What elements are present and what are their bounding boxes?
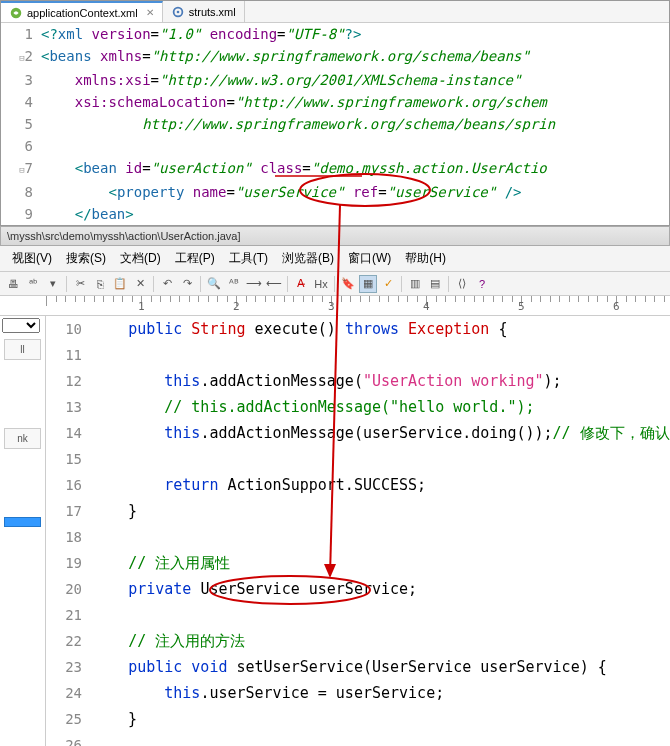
copy-icon[interactable]: ⎘ (91, 275, 109, 293)
check-icon[interactable]: ✓ (379, 275, 397, 293)
line-number: 9 (1, 203, 41, 225)
ruler: 123456 (0, 296, 670, 316)
line-number: ⊟7 (1, 157, 41, 181)
layout-icon[interactable]: ▦ (359, 275, 377, 293)
code-text: <?xml version="1.0" encoding="UTF-8"?> (41, 23, 669, 45)
hex-icon[interactable]: Hx (312, 275, 330, 293)
line-number: 24 (46, 680, 92, 706)
line-number: ⊟2 (1, 45, 41, 69)
separator (448, 276, 449, 292)
find-icon[interactable]: 🔍 (205, 275, 223, 293)
code-text: return ActionSupport.SUCCESS; (92, 472, 426, 498)
code-text: // 注入用的方法 (92, 628, 245, 654)
tab-label: applicationContext.xml (27, 7, 138, 19)
window-title-bar: \myssh\src\demo\myssh\action\UserAction.… (0, 226, 670, 246)
print-icon[interactable]: 🖶 (4, 275, 22, 293)
code-text: // 注入用属性 (92, 550, 230, 576)
undo-icon[interactable]: ↶ (158, 275, 176, 293)
spellcheck-icon[interactable]: ᵃᵇ (24, 275, 42, 293)
code-text: <property name="userService" ref="userSe… (41, 181, 669, 203)
menu-bar: 视图(V) 搜索(S) 文档(D) 工程(P) 工具(T) 浏览器(B) 窗口(… (0, 246, 670, 272)
menu-help[interactable]: 帮助(H) (399, 248, 452, 269)
file-path: \myssh\src\demo\myssh\action\UserAction.… (7, 230, 241, 242)
editor-tabs: applicationContext.xml ✕ struts.xml (1, 1, 669, 23)
line-number: 12 (46, 368, 92, 394)
code-text: // this.addActionMessage("hello world.")… (92, 394, 535, 420)
java-code-area[interactable]: 10 public String execute() throws Except… (46, 316, 670, 746)
gear-icon (171, 5, 185, 19)
close-icon[interactable]: ✕ (146, 7, 154, 18)
line-number: 23 (46, 654, 92, 680)
separator (153, 276, 154, 292)
line-number: 22 (46, 628, 92, 654)
line-number: 19 (46, 550, 92, 576)
code-text (41, 135, 669, 157)
find-replace-icon[interactable]: ᴬᴮ (225, 275, 243, 293)
panel2-icon[interactable]: ▤ (426, 275, 444, 293)
side-tab-2[interactable]: nk (4, 428, 41, 449)
tab-struts[interactable]: struts.xml (163, 1, 245, 22)
snippet-icon[interactable]: ⟨⟩ (453, 275, 471, 293)
line-number: 21 (46, 602, 92, 628)
separator (66, 276, 67, 292)
line-number: 4 (1, 91, 41, 113)
redo-icon[interactable]: ↷ (178, 275, 196, 293)
code-text: this.addActionMessage(userService.doing(… (92, 420, 670, 446)
help-icon[interactable]: ? (473, 275, 491, 293)
menu-search[interactable]: 搜索(S) (60, 248, 112, 269)
side-tab-1[interactable]: ll (4, 339, 41, 360)
menu-project[interactable]: 工程(P) (169, 248, 221, 269)
menu-tools[interactable]: 工具(T) (223, 248, 274, 269)
delete-icon[interactable]: ✕ (131, 275, 149, 293)
menu-view[interactable]: 视图(V) (6, 248, 58, 269)
find-prev-icon[interactable]: ⟵ (265, 275, 283, 293)
find-next-icon[interactable]: ⟶ (245, 275, 263, 293)
tab-application-context[interactable]: applicationContext.xml ✕ (1, 1, 163, 22)
code-text: } (92, 498, 137, 524)
menu-document[interactable]: 文档(D) (114, 248, 167, 269)
line-number: 25 (46, 706, 92, 732)
separator (287, 276, 288, 292)
code-text: <beans xmlns="http://www.springframework… (41, 45, 669, 69)
line-number: 11 (46, 342, 92, 368)
paste-icon[interactable]: 📋 (111, 275, 129, 293)
line-number: 8 (1, 181, 41, 203)
toolbar: 🖶 ᵃᵇ ▾ ✂ ⎘ 📋 ✕ ↶ ↷ 🔍 ᴬᴮ ⟶ ⟵ A̶ Hx 🔖 ▦ ✓ … (0, 272, 670, 296)
tab-label: struts.xml (189, 6, 236, 18)
code-text: } (92, 706, 137, 732)
line-number: 1 (1, 23, 41, 45)
spring-icon (9, 6, 23, 20)
separator (401, 276, 402, 292)
font-icon[interactable]: A̶ (292, 275, 310, 293)
xml-editor-pane: applicationContext.xml ✕ struts.xml 1<?x… (0, 0, 670, 226)
line-number: 13 (46, 394, 92, 420)
code-text: xmlns:xsi="http://www.w3.org/2001/XMLSch… (41, 69, 669, 91)
line-number: 6 (1, 135, 41, 157)
line-number: 20 (46, 576, 92, 602)
line-number: 17 (46, 498, 92, 524)
code-text: private UserService userService; (92, 576, 417, 602)
line-number: 15 (46, 446, 92, 472)
line-number: 3 (1, 69, 41, 91)
side-dropdown[interactable] (2, 318, 40, 333)
line-number: 10 (46, 316, 92, 342)
code-text: xsi:schemaLocation="http://www.springfra… (41, 91, 669, 113)
dropdown-icon[interactable]: ▾ (44, 275, 62, 293)
menu-window[interactable]: 窗口(W) (342, 248, 397, 269)
bookmark-icon[interactable]: 🔖 (339, 275, 357, 293)
xml-code-area[interactable]: 1<?xml version="1.0" encoding="UTF-8"?> … (1, 23, 669, 225)
line-number: 26 (46, 732, 92, 746)
code-text: http://www.springframework.org/schema/be… (41, 113, 669, 135)
side-panel: ll nk (0, 316, 46, 746)
code-text: public void setUserService(UserService u… (92, 654, 607, 680)
code-text: <bean id="userAction" class="demo.myssh.… (41, 157, 669, 181)
code-text: this.addActionMessage("UserAction workin… (92, 368, 562, 394)
side-tab-selected[interactable] (4, 517, 41, 527)
menu-browser[interactable]: 浏览器(B) (276, 248, 340, 269)
cut-icon[interactable]: ✂ (71, 275, 89, 293)
panel-icon[interactable]: ▥ (406, 275, 424, 293)
svg-point-2 (176, 10, 179, 13)
code-text: public String execute() throws Exception… (92, 316, 507, 342)
line-number: 16 (46, 472, 92, 498)
line-number: 18 (46, 524, 92, 550)
